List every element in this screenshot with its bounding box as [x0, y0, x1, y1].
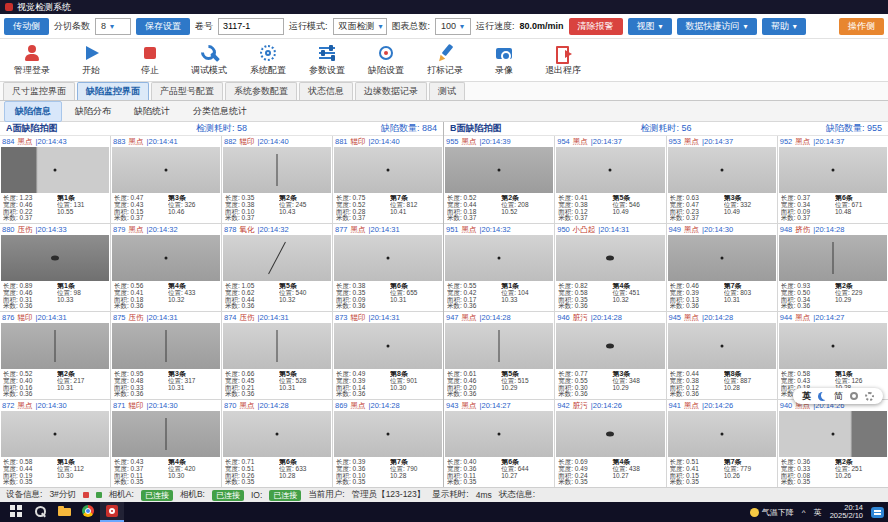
defect-image[interactable] [779, 411, 887, 457]
tab-3[interactable]: 系统参数配置 [225, 82, 297, 100]
defect-card[interactable]: 872黑点|20:14:30长度: 0.58宽度: 0.44面积: 0.19米数… [0, 400, 110, 487]
defect-card[interactable]: 874压伤|20:14:31长度: 0.66宽度: 0.45面积: 0.21米数… [222, 312, 332, 399]
defect-image[interactable] [112, 147, 220, 193]
tab-2[interactable]: 产品型号配置 [151, 82, 223, 100]
defect-image[interactable] [334, 323, 442, 369]
defect-image[interactable] [779, 235, 887, 281]
defect-image[interactable] [556, 411, 664, 457]
save-settings-button[interactable]: 保存设置 [136, 18, 190, 35]
tab-0[interactable]: 尺寸监控界面 [3, 82, 75, 100]
defect-image[interactable] [556, 235, 664, 281]
moon-icon[interactable] [818, 392, 827, 401]
ime-circle-icon[interactable] [850, 392, 858, 400]
system-config-button[interactable]: 系统配置 [240, 42, 296, 79]
defect-card[interactable]: 880压伤|20:14:33长度: 0.89宽度: 0.46面积: 0.31米数… [0, 224, 110, 311]
defect-card[interactable]: 947黑点|20:14:28长度: 0.61宽度: 0.46面积: 0.20米数… [444, 312, 554, 399]
defect-card[interactable]: 879黑点|20:14:32长度: 0.56宽度: 0.41面积: 0.18米数… [111, 224, 221, 311]
start-button[interactable] [4, 502, 28, 522]
defect-image[interactable] [112, 411, 220, 457]
defect-image[interactable] [668, 323, 776, 369]
roll-number-input[interactable] [218, 18, 284, 35]
defect-card[interactable]: 882辊印|20:14:40长度: 0.35宽度: 0.38面积: 0.10米数… [222, 136, 332, 223]
taskbar-explorer-button[interactable] [52, 502, 76, 522]
defect-card[interactable]: 940黑点|20:14:26长度: 0.36宽度: 0.33面积: 0.08米数… [778, 400, 888, 487]
ime-settings-icon[interactable] [865, 392, 874, 401]
defect-card[interactable]: 952黑点|20:14:37长度: 0.37宽度: 0.34面积: 0.09米数… [778, 136, 888, 223]
chart-total-select[interactable]: 100 [435, 18, 471, 35]
tab-4[interactable]: 状态信息 [299, 82, 353, 100]
ime-toolbar[interactable]: 英 简 [793, 388, 883, 404]
defect-image[interactable] [1, 147, 109, 193]
defect-image[interactable] [334, 147, 442, 193]
defect-card[interactable]: 955黑点|20:14:39长度: 0.52宽度: 0.44面积: 0.18米数… [444, 136, 554, 223]
defect-image[interactable] [223, 411, 331, 457]
drive-side-button[interactable]: 传动侧 [4, 18, 49, 35]
defect-image[interactable] [445, 323, 553, 369]
subtab-1[interactable]: 缺陷分布 [65, 102, 121, 121]
defect-card[interactable]: 869黑点|20:14:28长度: 0.39宽度: 0.36面积: 0.10米数… [333, 400, 443, 487]
defect-image[interactable] [223, 235, 331, 281]
debug-mode-button[interactable]: 调试模式 [181, 42, 237, 79]
param-settings-button[interactable]: 参数设置 [299, 42, 355, 79]
defect-card[interactable]: 948挤伤|20:14:28长度: 0.93宽度: 0.50面积: 0.34米数… [778, 224, 888, 311]
defect-image[interactable] [1, 235, 109, 281]
defect-card[interactable]: 941黑点|20:14:26长度: 0.51宽度: 0.41面积: 0.15米数… [667, 400, 777, 487]
view-menu-button[interactable]: 视图 [628, 18, 672, 35]
defect-card[interactable]: 943黑点|20:14:27长度: 0.40宽度: 0.36面积: 0.11米数… [444, 400, 554, 487]
clear-alarm-button[interactable]: 清除报警 [569, 18, 623, 35]
taskbar-search-button[interactable] [28, 502, 52, 522]
defect-card[interactable]: 949黑点|20:14:30长度: 0.46宽度: 0.39面积: 0.13米数… [667, 224, 777, 311]
defect-card[interactable]: 942脏污|20:14:26长度: 0.69宽度: 0.49面积: 0.24米数… [555, 400, 665, 487]
defect-image[interactable] [112, 235, 220, 281]
defect-image[interactable] [668, 235, 776, 281]
taskbar-inspection-app-button[interactable] [100, 502, 124, 522]
notification-center-icon[interactable] [871, 507, 884, 518]
tab-5[interactable]: 边缘数据记录 [355, 82, 427, 100]
subtab-0[interactable]: 缺陷信息 [4, 101, 62, 122]
defect-card[interactable]: 944黑点|20:14:27长度: 0.58宽度: 0.43面积: 0.18米数… [778, 312, 888, 399]
defect-card[interactable]: 884黑点|20:14:43长度: 1.23宽度: 0.46面积: 0.22米数… [0, 136, 110, 223]
defect-image[interactable] [779, 147, 887, 193]
help-menu-button[interactable]: 帮助 [762, 18, 806, 35]
defect-image[interactable] [445, 411, 553, 457]
tab-1[interactable]: 缺陷监控界面 [77, 82, 149, 100]
record-button[interactable]: 录像 [476, 42, 532, 79]
strip-count-select[interactable]: 8 [95, 18, 131, 35]
defect-image[interactable] [668, 411, 776, 457]
defect-card[interactable]: 946脏污|20:14:28长度: 0.77宽度: 0.55面积: 0.30米数… [555, 312, 665, 399]
defect-card[interactable]: 876辊印|20:14:31长度: 0.52宽度: 0.40面积: 0.16米数… [0, 312, 110, 399]
run-mode-select[interactable]: 双面检测 [333, 18, 387, 35]
defect-image[interactable] [445, 235, 553, 281]
defect-card[interactable]: 870黑点|20:14:28长度: 0.71宽度: 0.51面积: 0.26米数… [222, 400, 332, 487]
manage-login-button[interactable]: 管理登录 [4, 42, 60, 79]
defect-card[interactable]: 881辊印|20:14:40长度: 0.75宽度: 0.52面积: 0.28米数… [333, 136, 443, 223]
ime-simplified-toggle[interactable]: 简 [834, 390, 843, 403]
mark-record-button[interactable]: 打标记录 [417, 42, 473, 79]
taskbar-browser-button[interactable] [76, 502, 100, 522]
tray-expand-arrow[interactable]: ^ [802, 508, 806, 517]
defect-image[interactable] [112, 323, 220, 369]
defect-image[interactable] [556, 147, 664, 193]
defect-card[interactable]: 883黑点|20:14:41长度: 0.47宽度: 0.43面积: 0.15米数… [111, 136, 221, 223]
ime-english-toggle[interactable]: 英 [802, 390, 811, 403]
defect-card[interactable]: 877黑点|20:14:31长度: 0.38宽度: 0.35面积: 0.09米数… [333, 224, 443, 311]
tab-6[interactable]: 测试 [429, 82, 465, 100]
defect-card[interactable]: 873辊印|20:14:31长度: 0.49宽度: 0.39面积: 0.14米数… [333, 312, 443, 399]
operate-side-button[interactable]: 操作侧 [839, 18, 884, 35]
defect-card[interactable]: 953黑点|20:14:37长度: 0.63宽度: 0.47面积: 0.23米数… [667, 136, 777, 223]
defect-card[interactable]: 875压伤|20:14:31长度: 0.95宽度: 0.48面积: 0.33米数… [111, 312, 221, 399]
defect-card[interactable]: 950小凸起|20:14:31长度: 0.82宽度: 0.58面积: 0.35米… [555, 224, 665, 311]
defect-card[interactable]: 954黑点|20:14:37长度: 0.41宽度: 0.38面积: 0.12米数… [555, 136, 665, 223]
clock[interactable]: 20:142025/2/10 [830, 504, 863, 521]
defect-image[interactable] [223, 147, 331, 193]
defect-card[interactable]: 951黑点|20:14:32长度: 0.55宽度: 0.42面积: 0.17米数… [444, 224, 554, 311]
defect-image[interactable] [334, 235, 442, 281]
defect-image[interactable] [1, 323, 109, 369]
defect-image[interactable] [334, 411, 442, 457]
start-button[interactable]: 开始 [63, 42, 119, 79]
defect-image[interactable] [556, 323, 664, 369]
defect-card[interactable]: 878氧化|20:14:32长度: 1.05宽度: 0.62面积: 0.44米数… [222, 224, 332, 311]
defect-image[interactable] [668, 147, 776, 193]
exit-button[interactable]: 退出程序 [535, 42, 591, 79]
stop-button[interactable]: 停止 [122, 42, 178, 79]
